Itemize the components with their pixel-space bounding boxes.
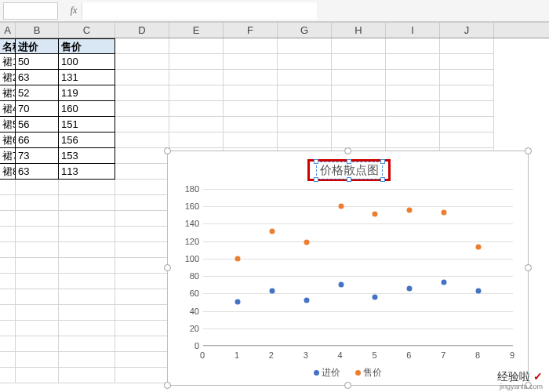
cell[interactable]	[0, 321, 16, 336]
col-header-J[interactable]: J	[440, 23, 494, 38]
cell[interactable]	[440, 117, 494, 132]
chart-resize-handle[interactable]	[164, 382, 171, 389]
cell[interactable]	[0, 258, 16, 274]
cell[interactable]	[115, 227, 169, 242]
cell[interactable]	[115, 258, 169, 274]
cell[interactable]	[386, 117, 440, 132]
cell[interactable]: 名称	[0, 38, 16, 54]
cell[interactable]	[115, 336, 169, 352]
cell[interactable]	[115, 70, 169, 85]
formula-input[interactable]	[82, 2, 317, 20]
cell[interactable]	[115, 148, 169, 164]
cell[interactable]	[59, 242, 115, 258]
cell[interactable]	[115, 54, 169, 70]
cell[interactable]	[115, 242, 169, 258]
cell[interactable]	[115, 352, 169, 368]
data-point[interactable]	[269, 229, 274, 234]
cell[interactable]	[278, 132, 332, 148]
cell[interactable]	[59, 274, 115, 289]
cell[interactable]	[224, 117, 278, 132]
cell[interactable]	[386, 54, 440, 70]
title-resize-handle[interactable]	[380, 159, 385, 164]
cell[interactable]	[224, 132, 278, 148]
cell[interactable]	[115, 211, 169, 227]
cell[interactable]	[278, 54, 332, 70]
col-header-E[interactable]: E	[169, 23, 224, 38]
legend-item-price[interactable]: 售价	[355, 367, 382, 378]
data-point[interactable]	[442, 210, 447, 216]
cell[interactable]	[16, 180, 59, 195]
cell[interactable]	[59, 352, 115, 368]
cell[interactable]	[440, 132, 494, 148]
cell[interactable]	[386, 85, 440, 101]
cell[interactable]	[16, 211, 59, 227]
cell[interactable]	[169, 101, 224, 117]
cell[interactable]	[16, 289, 59, 305]
cell[interactable]	[59, 321, 115, 336]
cell[interactable]	[115, 164, 169, 180]
cell[interactable]	[0, 227, 16, 242]
data-point[interactable]	[304, 239, 309, 245]
cell[interactable]	[440, 70, 494, 85]
cell[interactable]	[0, 336, 16, 352]
cell[interactable]	[16, 321, 59, 336]
cell[interactable]	[169, 70, 224, 85]
cell[interactable]: 160	[59, 101, 115, 117]
cell[interactable]	[224, 101, 278, 117]
cell[interactable]	[386, 101, 440, 117]
cell[interactable]	[115, 101, 169, 117]
data-point[interactable]	[304, 298, 309, 303]
cell[interactable]	[278, 101, 332, 117]
data-point[interactable]	[476, 245, 482, 250]
cell[interactable]	[169, 38, 224, 54]
cell[interactable]	[59, 211, 115, 227]
legend-item-cost[interactable]: 进价	[314, 367, 343, 378]
cell[interactable]	[169, 117, 224, 132]
cell[interactable]	[115, 132, 169, 148]
cell[interactable]: 裙6	[0, 132, 16, 148]
cell[interactable]	[115, 321, 169, 336]
cell[interactable]	[16, 195, 59, 211]
plot-area[interactable]: 0204060801001201401601800123456789	[203, 189, 513, 346]
cell[interactable]	[115, 85, 169, 101]
title-resize-handle[interactable]	[380, 177, 385, 182]
cell[interactable]: 裙3	[0, 85, 16, 101]
chart-resize-handle[interactable]	[344, 382, 351, 389]
cell[interactable]	[278, 70, 332, 85]
cell[interactable]	[0, 289, 16, 305]
cell[interactable]	[278, 85, 332, 101]
data-point[interactable]	[269, 289, 274, 294]
cell[interactable]	[278, 38, 332, 54]
cell[interactable]	[224, 85, 278, 101]
data-point[interactable]	[338, 282, 344, 288]
cell[interactable]	[115, 38, 169, 54]
cell[interactable]	[224, 70, 278, 85]
cell[interactable]: 70	[16, 101, 59, 117]
cell[interactable]	[115, 117, 169, 132]
cell[interactable]	[16, 336, 59, 352]
cell[interactable]	[115, 305, 169, 321]
cell[interactable]	[332, 38, 386, 54]
cell[interactable]: 66	[16, 132, 59, 148]
chart-resize-handle[interactable]	[344, 147, 351, 154]
chart-resize-handle[interactable]	[525, 147, 532, 154]
title-resize-handle[interactable]	[347, 159, 351, 164]
title-resize-handle[interactable]	[314, 177, 318, 182]
cell[interactable]	[0, 368, 16, 383]
cell[interactable]	[59, 180, 115, 195]
cell[interactable]: 63	[16, 70, 59, 85]
cell[interactable]: 售价	[59, 38, 115, 54]
cell[interactable]	[16, 227, 59, 242]
cell[interactable]	[59, 305, 115, 321]
cell[interactable]: 153	[59, 148, 115, 164]
cell[interactable]: 裙4	[0, 101, 16, 117]
cell[interactable]	[115, 274, 169, 289]
chart-resize-handle[interactable]	[164, 264, 171, 271]
cell[interactable]	[0, 242, 16, 258]
cell[interactable]	[59, 289, 115, 305]
cell[interactable]: 进价	[16, 38, 59, 54]
cell[interactable]: 裙8	[0, 164, 16, 180]
chart-title[interactable]: 价格散点图	[316, 162, 383, 180]
cell[interactable]	[0, 180, 16, 195]
col-header-C[interactable]: C	[59, 23, 115, 38]
